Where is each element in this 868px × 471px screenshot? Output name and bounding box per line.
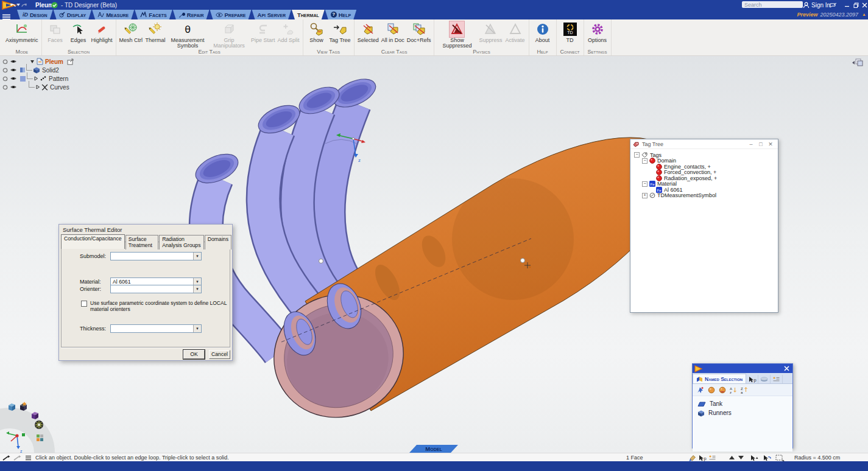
select-down-icon[interactable] bbox=[738, 453, 744, 462]
panel-toggle-icon[interactable] bbox=[851, 58, 864, 70]
sign-in-button[interactable]: Sign In bbox=[811, 0, 830, 10]
local-orienters-checkbox[interactable] bbox=[81, 301, 87, 307]
dialog-tab-surface-treatment[interactable]: Surface Treatment bbox=[125, 235, 159, 249]
popout-icon[interactable] bbox=[67, 58, 74, 65]
td-button[interactable]: TDTD bbox=[559, 21, 582, 44]
dialog-tab-conduction-capacitance[interactable]: Conduction/Capacitance bbox=[61, 234, 125, 249]
tagtree-item-forced-convection[interactable]: Forced_convection, + bbox=[632, 170, 777, 176]
tree-item-solid2[interactable]: Solid2 bbox=[0, 66, 74, 74]
highlight-button[interactable]: Highlight bbox=[90, 21, 114, 44]
tab-design[interactable]: iDDesign bbox=[17, 10, 53, 19]
sphere-red-icon[interactable] bbox=[719, 386, 726, 394]
tab-display[interactable]: Display bbox=[54, 10, 92, 19]
orienter-combo[interactable]: ▼ bbox=[110, 285, 202, 293]
selection-options-icon[interactable] bbox=[708, 453, 716, 462]
edge-select-icon[interactable] bbox=[2, 453, 10, 462]
dialog-tab-radiation-analysis-groups[interactable]: Radiation Analysis Groups bbox=[159, 235, 204, 249]
redo-button[interactable] bbox=[21, 0, 28, 10]
select-ring-icon[interactable] bbox=[2, 76, 8, 82]
expander-plus-icon[interactable]: + bbox=[642, 193, 647, 198]
doc-refs-button[interactable]: Doc+Refs bbox=[406, 21, 432, 44]
measurement-symbols-button[interactable]: θMeasurement Symbols bbox=[167, 21, 208, 50]
feedback-icon[interactable] bbox=[830, 0, 837, 10]
select-ring-icon[interactable] bbox=[2, 68, 8, 73]
visibility-eye-icon[interactable] bbox=[10, 85, 17, 89]
mesh-ctrl-button[interactable]: Mesh Ctrl bbox=[118, 21, 144, 44]
dialog-tab-domains[interactable]: Domains bbox=[205, 235, 231, 249]
tab-named-selection[interactable]: Named Selection bbox=[693, 374, 746, 383]
close-button[interactable] bbox=[860, 0, 868, 10]
tree-item-pattern[interactable]: Pattern bbox=[0, 74, 74, 83]
named-selection-item-tank[interactable]: Tank bbox=[693, 399, 792, 408]
cursor-rotate-icon[interactable] bbox=[763, 453, 771, 462]
model-document-tab[interactable]: Model bbox=[409, 445, 458, 453]
tab-prepare[interactable]: Prepare bbox=[210, 10, 252, 19]
tagtree-item-al-6061[interactable]: FeAl 6061 bbox=[632, 187, 777, 193]
chevron-down-icon[interactable]: ▼ bbox=[193, 253, 201, 260]
submodel-combo[interactable]: ▼ bbox=[110, 252, 202, 260]
tagtree-item-domain[interactable]: −Domain bbox=[632, 158, 777, 164]
radial-nav-menu[interactable]: z bbox=[0, 402, 44, 453]
chevron-down-icon[interactable]: ▼ bbox=[193, 285, 201, 293]
tagtree-item-radiation-exposed[interactable]: Radiation_exposed, + bbox=[632, 175, 777, 181]
tab-facets[interactable]: Facets bbox=[135, 10, 172, 19]
edges-button[interactable]: Edges bbox=[67, 21, 90, 44]
box-select-icon[interactable] bbox=[775, 453, 785, 462]
select-up-icon[interactable] bbox=[729, 453, 735, 462]
selection-list-icon[interactable] bbox=[26, 453, 32, 462]
cancel-button[interactable]: Cancel bbox=[209, 350, 230, 359]
tag-tree-titlebar[interactable]: Tag Tree – □ ✕ bbox=[630, 139, 778, 149]
chevron-down-icon[interactable]: ▼ bbox=[193, 325, 201, 332]
named-selection-close-button[interactable] bbox=[784, 366, 791, 371]
tree-item-curves[interactable]: Curves bbox=[0, 83, 74, 91]
all-in-doc-button[interactable]: All in Doc bbox=[380, 21, 406, 44]
user-icon[interactable] bbox=[803, 0, 810, 10]
expander-minus-icon[interactable]: − bbox=[642, 158, 647, 164]
pin-icon[interactable] bbox=[697, 386, 704, 394]
tab-repair[interactable]: Repair bbox=[173, 10, 210, 19]
tab-help[interactable]: ?Help bbox=[325, 10, 356, 19]
tree-item-pleum[interactable]: Pleum bbox=[0, 57, 74, 66]
visibility-eye-icon[interactable] bbox=[10, 76, 17, 81]
thickness-combo[interactable]: ▼ bbox=[110, 324, 202, 333]
select-ring-icon[interactable] bbox=[2, 85, 8, 90]
model-viewport[interactable]: z z PleumSolid2Patte bbox=[0, 56, 868, 453]
expander-minus-icon[interactable]: − bbox=[634, 152, 640, 158]
sort-az-icon[interactable]: Az bbox=[730, 386, 737, 394]
named-selection-item-runners[interactable]: Runners bbox=[693, 408, 792, 417]
tagtree-item-material[interactable]: −FeMaterial bbox=[632, 181, 777, 187]
thermal-button[interactable]: Thermal bbox=[144, 21, 167, 44]
tab-selection-cursor[interactable]: p bbox=[746, 375, 758, 383]
axisymmetric-button[interactable]: Axisymmetric bbox=[4, 21, 40, 44]
expander-closed-icon[interactable] bbox=[35, 85, 40, 89]
tagtree-item-tags[interactable]: −Tags bbox=[632, 152, 777, 158]
tag-tree-button[interactable]: Tag Tree bbox=[328, 21, 352, 44]
tab-layers[interactable] bbox=[758, 375, 771, 383]
minimize-button[interactable] bbox=[842, 0, 851, 10]
select-ring-icon[interactable] bbox=[2, 59, 8, 65]
options-button[interactable]: Options bbox=[586, 21, 609, 44]
visibility-eye-icon[interactable] bbox=[10, 68, 17, 72]
ok-button[interactable]: OK bbox=[183, 350, 205, 359]
restore-button[interactable] bbox=[852, 0, 860, 10]
cursor-mode-icon[interactable] bbox=[750, 453, 758, 462]
sphere-orange-icon[interactable] bbox=[708, 386, 715, 394]
named-selection-titlebar[interactable] bbox=[693, 364, 792, 373]
show-button[interactable]: Show bbox=[305, 21, 328, 44]
tagtree-item-tdmeasurementsymbol[interactable]: +TDMeasurementSymbol bbox=[632, 193, 777, 199]
search-input[interactable] bbox=[742, 1, 803, 8]
about-button[interactable]: About bbox=[531, 21, 554, 44]
tab-measure[interactable]: Measure bbox=[92, 10, 134, 19]
show-suppressed-button[interactable]: Show Suppressed bbox=[436, 21, 478, 50]
paint-select-icon[interactable] bbox=[688, 453, 696, 462]
point-select-icon[interactable]: p bbox=[698, 453, 707, 462]
ribbon-collapse-caret-icon[interactable]: ▲ bbox=[862, 12, 866, 16]
tab-properties[interactable] bbox=[771, 375, 783, 383]
tagtree-item-engine-contacts[interactable]: Engine_contacts, + bbox=[632, 164, 777, 170]
undo-dropdown-caret-icon[interactable] bbox=[16, 0, 21, 10]
edge-select-alt-icon[interactable] bbox=[13, 453, 21, 462]
tagtree-close-button[interactable]: ✕ bbox=[766, 141, 775, 147]
tagtree-minimize-button[interactable]: – bbox=[746, 141, 756, 147]
expander-minus-icon[interactable]: − bbox=[642, 181, 647, 187]
visibility-eye-icon[interactable] bbox=[10, 59, 17, 64]
